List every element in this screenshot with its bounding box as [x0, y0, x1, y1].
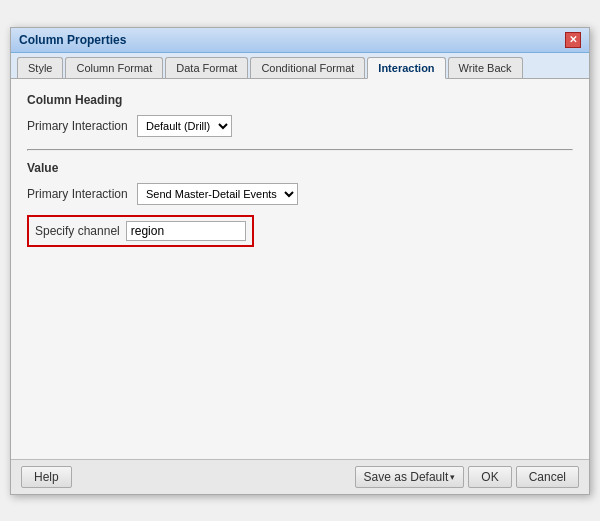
ok-button[interactable]: OK — [468, 466, 511, 488]
value-primary-interaction-label: Primary Interaction — [27, 187, 137, 201]
value-primary-interaction-row: Primary Interaction Send Master-Detail E… — [27, 183, 573, 205]
tab-column-format[interactable]: Column Format — [65, 57, 163, 78]
tab-style[interactable]: Style — [17, 57, 63, 78]
value-primary-interaction-select[interactable]: Send Master-Detail Events Default (Drill… — [137, 183, 298, 205]
value-section-title: Value — [27, 161, 573, 175]
dialog-titlebar: Column Properties ✕ — [11, 28, 589, 53]
dialog-title: Column Properties — [19, 33, 126, 47]
channel-highlight-box: Specify channel — [27, 215, 254, 247]
specify-channel-label: Specify channel — [35, 224, 120, 238]
save-as-default-label: Save as Default — [364, 470, 449, 484]
tabs-bar: Style Column Format Data Format Conditio… — [11, 53, 589, 79]
close-button[interactable]: ✕ — [565, 32, 581, 48]
footer-right: Save as Default ▾ OK Cancel — [355, 466, 579, 488]
column-heading-section-title: Column Heading — [27, 93, 573, 107]
help-button[interactable]: Help — [21, 466, 72, 488]
column-heading-primary-interaction-row: Primary Interaction Default (Drill) None… — [27, 115, 573, 137]
specify-channel-input[interactable] — [126, 221, 246, 241]
cancel-button[interactable]: Cancel — [516, 466, 579, 488]
save-as-default-arrow-icon: ▾ — [450, 472, 455, 482]
tab-conditional-format[interactable]: Conditional Format — [250, 57, 365, 78]
footer-left: Help — [21, 466, 72, 488]
save-as-default-button[interactable]: Save as Default ▾ — [355, 466, 465, 488]
column-heading-primary-interaction-label: Primary Interaction — [27, 119, 137, 133]
specify-channel-row: Specify channel — [27, 215, 573, 247]
tab-interaction[interactable]: Interaction — [367, 57, 445, 79]
section-divider — [27, 149, 573, 151]
tab-data-format[interactable]: Data Format — [165, 57, 248, 78]
column-heading-primary-interaction-select[interactable]: Default (Drill) None Drill Action Links — [137, 115, 232, 137]
dialog-body: Column Heading Primary Interaction Defau… — [11, 79, 589, 459]
dialog-footer: Help Save as Default ▾ OK Cancel — [11, 459, 589, 494]
column-properties-dialog: Column Properties ✕ Style Column Format … — [10, 27, 590, 495]
tab-write-back[interactable]: Write Back — [448, 57, 523, 78]
